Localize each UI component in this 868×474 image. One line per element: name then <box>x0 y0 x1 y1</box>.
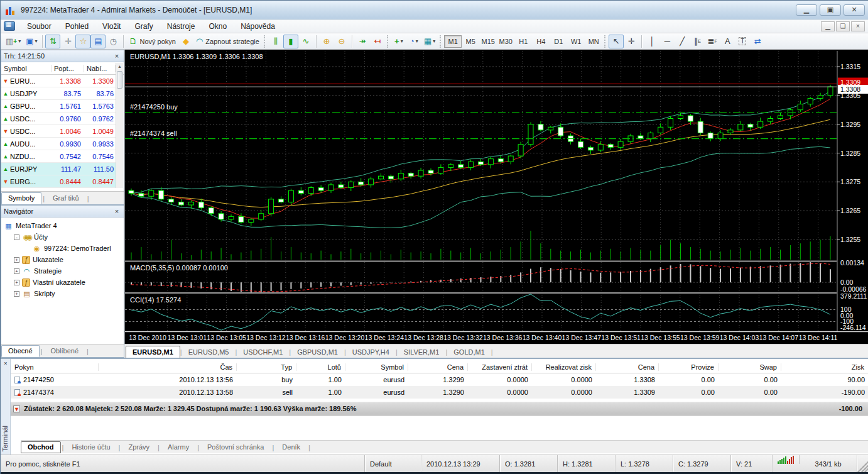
navigator-close-icon[interactable]: × <box>112 207 121 215</box>
timeframe-h4[interactable]: H4 <box>532 35 550 48</box>
timeframe-m15[interactable]: M15 <box>479 35 497 48</box>
chart-window-icon[interactable] <box>4 21 15 31</box>
orders-column-10[interactable]: Provize <box>659 363 719 371</box>
chart-tab-6[interactable]: SILVER,M1 <box>398 346 446 358</box>
price-chart[interactable]: #21474250 buy#21474374 sellEURUSD,M1 1.3… <box>125 51 868 344</box>
symbol-row[interactable]: ▼USDC...1.00461.0049 <box>1 125 117 138</box>
terminal-close-icon[interactable]: × <box>2 360 9 368</box>
indicators-button[interactable]: +▾ <box>391 35 406 48</box>
cursor-tool[interactable]: ↖ <box>609 35 624 48</box>
text-tool[interactable]: A <box>720 35 735 48</box>
crosshair-tool[interactable]: ✛ <box>624 35 639 48</box>
chart-tab-1[interactable]: EURUSD,M1 <box>126 346 180 358</box>
mdi-close-button[interactable]: × <box>851 21 865 31</box>
resize-grip[interactable] <box>857 455 868 472</box>
vertical-line-tool[interactable]: │ <box>644 35 659 48</box>
mdi-restore-button[interactable]: ❏ <box>836 21 850 31</box>
periods-button[interactable]: ◔▾ <box>406 35 421 48</box>
terminal-tab-2[interactable]: Historie účtu <box>65 441 117 453</box>
market-watch-tab-2[interactable]: Graf tiků <box>46 192 86 204</box>
profiles-button[interactable]: ▣▾ <box>23 35 40 48</box>
chart-tab-4[interactable]: GBPUSD,M1 <box>291 346 344 358</box>
orders-column-3[interactable]: Typ <box>237 363 296 371</box>
market-watch-toggle[interactable]: ⇅ <box>45 35 60 48</box>
arrows-tool[interactable]: ⇄ <box>750 35 765 48</box>
minimize-button[interactable]: ▁ <box>796 4 817 16</box>
terminal-toggle[interactable]: ▤ <box>90 35 106 48</box>
timeframe-d1[interactable]: D1 <box>550 35 567 48</box>
data-window-toggle[interactable]: ✛ <box>60 35 75 48</box>
horizontal-line-tool[interactable]: ─ <box>659 35 675 48</box>
orders-column-1[interactable]: Pokyn <box>11 363 99 371</box>
collapse-icon[interactable]: - <box>14 234 19 240</box>
terminal-tab-3[interactable]: Zprávy <box>121 441 156 453</box>
mdi-minimize-button[interactable]: ▁ <box>821 21 835 31</box>
market-watch-close-icon[interactable]: × <box>112 52 121 60</box>
navigator-tab-1[interactable]: Obecné <box>1 345 40 357</box>
menu-soubor[interactable]: Soubor <box>20 21 58 32</box>
bar-chart-button[interactable]: ⫼ <box>268 35 283 48</box>
terminal-tab-5[interactable]: Poštovní schránka <box>200 441 271 453</box>
symbol-row[interactable]: ▼EURU...1.33081.3309 <box>1 75 117 87</box>
scroll-up-icon[interactable]: ▲ <box>116 63 123 70</box>
expand-icon[interactable]: + <box>14 257 19 263</box>
tree-item[interactable]: ◉997224: DemoTraderl <box>4 243 124 254</box>
timeframe-mn[interactable]: MN <box>585 35 602 48</box>
market-watch-tab-1[interactable]: Symboly <box>1 192 41 204</box>
symbol-row[interactable]: ▲EURJPY111.47111.50 <box>1 163 117 175</box>
timeframe-m5[interactable]: M5 <box>462 35 479 48</box>
timeframe-w1[interactable]: W1 <box>567 35 585 48</box>
zoom-out-button[interactable]: ⊖ <box>334 35 349 48</box>
order-row[interactable]: 214742502010.12.13 13:56buy1.00eurusd1.3… <box>11 373 868 386</box>
scroll-thumb[interactable] <box>117 71 122 89</box>
column-symbol[interactable]: Symbol <box>1 65 52 72</box>
chart-tab-2[interactable]: EURUSD,M5 <box>182 346 236 358</box>
symbol-row[interactable]: ▲AUDU...0.99300.9933 <box>1 138 117 150</box>
chart-shift-button[interactable]: ↤ <box>370 35 385 48</box>
column-ask[interactable]: Nabí... <box>84 65 116 72</box>
restore-button[interactable]: ▣ <box>820 4 841 16</box>
strategy-tester-toggle[interactable]: ◷ <box>106 35 121 48</box>
chart-tab-5[interactable]: USDJPY,H4 <box>346 346 396 358</box>
orders-column-12[interactable]: Zisk <box>781 363 868 371</box>
status-profile[interactable]: Default <box>365 455 421 472</box>
close-button[interactable]: ✕ <box>844 4 865 16</box>
menu-vložit[interactable]: Vložit <box>95 21 127 32</box>
line-chart-button[interactable]: ∿ <box>298 35 313 48</box>
terminal-tab-4[interactable]: Alarmy <box>161 441 196 453</box>
new-order-button[interactable]: 🗋Nový pokyn <box>126 35 178 48</box>
order-row[interactable]: 214743742010.12.13 13:58sell1.00eurusd1.… <box>11 386 868 399</box>
chart-tab-7[interactable]: GOLD,M1 <box>447 346 491 358</box>
expand-icon[interactable]: + <box>14 280 19 285</box>
terminal-tab-1[interactable]: Obchod <box>21 441 61 453</box>
symbol-row[interactable]: ▲USDC...0.97600.9762 <box>1 113 117 125</box>
terminal-tab-6[interactable]: Deník <box>275 441 307 453</box>
column-bid[interactable]: Popt... <box>52 65 84 72</box>
timeframe-h1[interactable]: H1 <box>514 35 532 48</box>
terminal-vertical-label[interactable]: Terminál <box>1 426 9 452</box>
tree-item[interactable]: +ƒVlastní ukazatele <box>4 277 124 288</box>
orders-column-8[interactable]: Realizovat zisk <box>532 363 596 371</box>
symbol-row[interactable]: ▼EURG...0.84440.8447 <box>1 175 117 188</box>
market-watch-scrollbar[interactable]: ▲ <box>116 63 123 188</box>
auto-scroll-button[interactable]: ↠ <box>355 35 370 48</box>
orders-column-11[interactable]: Swap <box>719 363 781 371</box>
menu-nástroje[interactable]: Nástroje <box>160 21 202 32</box>
orders-column-6[interactable]: Cena <box>408 363 468 371</box>
enable-experts-button[interactable]: ◠Zapnout strategie <box>193 35 262 48</box>
tree-item[interactable]: +ƒUkazatele <box>4 254 124 265</box>
trendline-tool[interactable]: ╱ <box>675 35 690 48</box>
navigator-toggle[interactable]: ☆ <box>75 35 90 48</box>
symbol-row[interactable]: ▲GBPU...1.57611.5763 <box>1 100 117 113</box>
channel-tool[interactable]: ∥E <box>690 35 705 48</box>
orders-column-4[interactable]: Lotů <box>296 363 345 371</box>
metaeditor-button[interactable]: ◆ <box>178 35 193 48</box>
text-label-tool[interactable]: T <box>735 35 750 48</box>
menu-okno[interactable]: Okno <box>202 21 234 32</box>
symbol-row[interactable]: ▲USDJPY83.7583.76 <box>1 87 117 100</box>
orders-column-9[interactable]: Cena <box>596 363 659 371</box>
chart-tab-3[interactable]: USDCHF,M1 <box>237 346 289 358</box>
timeframe-m30[interactable]: M30 <box>497 35 514 48</box>
menu-pohled[interactable]: Pohled <box>58 21 95 32</box>
fibonacci-tool[interactable]: ≣F <box>705 35 720 48</box>
